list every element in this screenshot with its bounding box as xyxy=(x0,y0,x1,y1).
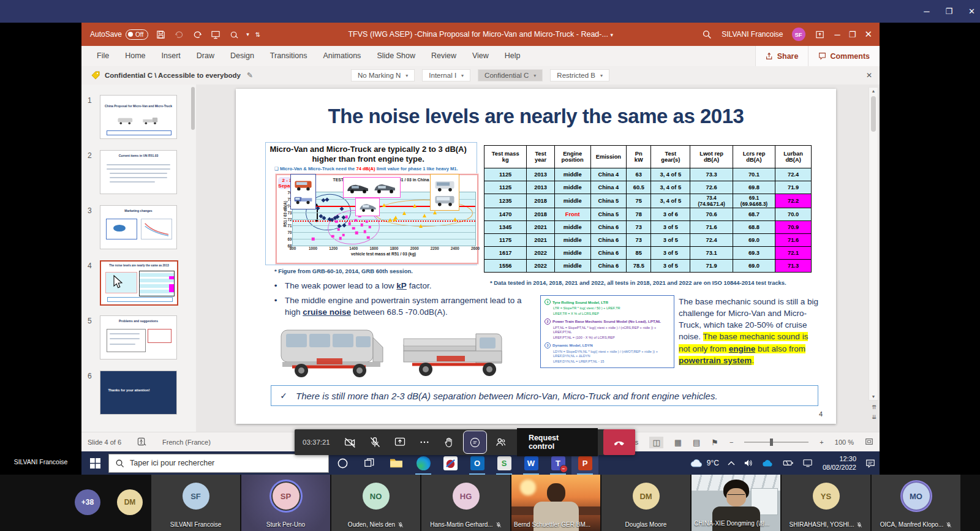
participant-avatar-DM[interactable]: DM xyxy=(117,489,143,515)
share-button[interactable]: Share xyxy=(755,46,809,66)
account-name[interactable]: SILVANI Francoise xyxy=(722,30,783,39)
next-slide-button[interactable]: ⇊ xyxy=(872,414,876,420)
zoom-slider[interactable] xyxy=(744,442,809,443)
participant-tile-hans-martin-gerhard[interactable]: HGHans-Martin Gerhard... xyxy=(421,475,510,531)
participant-tile-shirahashi-yoshi[interactable]: YSSHIRAHASHI, YOSHI... xyxy=(782,475,870,531)
participant-tile-douglas-moore[interactable]: DMDouglas Moore xyxy=(601,475,690,531)
menu-tab-review[interactable]: Review xyxy=(423,46,464,66)
menu-tab-view[interactable]: View xyxy=(464,46,497,66)
ppt-minimize-button[interactable]: ─ xyxy=(835,30,840,39)
pen-dropdown-chevron-icon[interactable]: ▾ xyxy=(246,31,249,37)
slide-sorter-view-icon[interactable]: ▦ xyxy=(674,438,682,447)
zoom-slider-thumb[interactable] xyxy=(770,439,773,446)
menu-tab-insert[interactable]: Insert xyxy=(154,46,189,66)
slide-thumbnail-3[interactable]: Marketing changes xyxy=(100,205,177,249)
comments-button[interactable]: Comments xyxy=(808,46,880,66)
slide-thumbnail-1[interactable]: China Proposal for Micro-Van and Micro-T… xyxy=(100,95,177,139)
participant-tile-oica-manfred-klopo[interactable]: MOOICA, Manfred Klopo... xyxy=(872,475,960,531)
ribbon-display-options-icon[interactable] xyxy=(814,28,826,40)
mic-off-button[interactable] xyxy=(363,429,387,455)
search-icon[interactable] xyxy=(701,28,713,40)
vertical-scrollbar[interactable]: ▲ ▼ xyxy=(869,87,878,401)
table-cell: middle xyxy=(554,260,590,273)
scrollbar-thumb[interactable] xyxy=(871,96,876,132)
camera-off-button[interactable] xyxy=(338,429,363,455)
taskbar-clock[interactable]: 12:30 08/02/2022 xyxy=(818,454,861,472)
volume-icon[interactable] xyxy=(739,451,758,475)
menu-tab-help[interactable]: Help xyxy=(497,46,529,66)
van-photo xyxy=(355,198,380,216)
slideshow-view-icon[interactable]: ⚑ xyxy=(711,438,718,447)
participant-tile-ouden-niels-den[interactable]: NOOuden, Niels den xyxy=(331,475,420,531)
menu-tab-transitions[interactable]: Transitions xyxy=(262,46,315,66)
menu-tab-file[interactable]: File xyxy=(89,46,117,66)
menu-tab-design[interactable]: Design xyxy=(222,46,262,66)
sensitivity-option-internal-i[interactable]: Internal I▾ xyxy=(422,69,470,81)
pen-input-icon[interactable] xyxy=(228,28,240,40)
sensitivity-edit-icon[interactable]: ✎ xyxy=(247,71,253,80)
zoom-in-icon[interactable]: + xyxy=(820,439,823,446)
reading-view-icon[interactable]: ▤ xyxy=(693,438,700,447)
quick-access-customize-icon[interactable]: ⇅ xyxy=(255,31,260,38)
participant-avatar-YS: YS xyxy=(813,483,840,510)
chat-button[interactable] xyxy=(463,431,487,454)
sensitivity-option-confidential-c[interactable]: Confidential C▾ xyxy=(478,69,543,81)
menu-tab-home[interactable]: Home xyxy=(117,46,153,66)
participant-tile-bernd-schuettler-ger-bm[interactable]: Bernd Schuettler GER BM... xyxy=(511,475,600,531)
request-control-button[interactable]: Request control xyxy=(517,428,598,456)
participant-tile-china-xie-dongming[interactable]: CHINA-XIE Dongming (谢... xyxy=(692,475,780,531)
normal-view-icon[interactable]: ◫ xyxy=(649,437,663,448)
tray-chevron-icon[interactable] xyxy=(723,451,739,475)
scroll-up-icon[interactable]: ▲ xyxy=(869,89,878,93)
thumbnail-scrollbar[interactable] xyxy=(191,87,195,130)
weather-indicator[interactable]: 9°C xyxy=(686,451,723,475)
slide-thumbnail-6[interactable]: Thanks for your attention! xyxy=(100,371,177,415)
hang-up-button[interactable] xyxy=(603,429,635,455)
previous-slide-button[interactable]: ⇈ xyxy=(872,404,876,410)
limit-line-71.8 xyxy=(293,220,475,222)
fit-to-window-icon[interactable] xyxy=(865,437,873,447)
more-options-button[interactable] xyxy=(412,429,437,455)
slide-thumbnail-5[interactable]: Problems and suggestions xyxy=(100,315,177,360)
slide-thumbnail-4[interactable]: The noise levels are nearly the same as … xyxy=(100,260,178,306)
action-center-icon[interactable] xyxy=(861,451,880,475)
raise-hand-button[interactable] xyxy=(437,429,462,455)
menu-tab-draw[interactable]: Draw xyxy=(189,46,222,66)
sensitivity-close-icon[interactable]: ✕ xyxy=(866,71,872,80)
window-minimize-button[interactable]: ─ xyxy=(924,7,929,16)
table-cell: 68.8 xyxy=(733,221,775,234)
undo-icon[interactable] xyxy=(173,28,185,40)
ppt-close-button[interactable]: ✕ xyxy=(864,29,872,40)
start-button[interactable] xyxy=(81,451,108,475)
participant-avatar-plus38[interactable]: +38 xyxy=(75,489,100,515)
participant-tile-sturk-per-uno[interactable]: SPSturk Per-Uno xyxy=(241,475,330,531)
redo-icon[interactable] xyxy=(191,28,203,40)
menu-tab-slide-show[interactable]: Slide Show xyxy=(369,46,423,66)
scroll-down-icon[interactable]: ▼ xyxy=(869,394,878,399)
language-indicator[interactable]: French (France) xyxy=(162,439,211,446)
taskbar-search-box[interactable]: Taper ici pour rechercher xyxy=(108,454,329,473)
menu-tab-animations[interactable]: Animations xyxy=(315,46,369,66)
participants-button[interactable] xyxy=(488,429,513,455)
participant-tile-silvani-francoise[interactable]: SFSILVANI Francoise xyxy=(151,475,240,531)
window-close-button[interactable]: ✕ xyxy=(968,7,975,16)
zoom-out-icon[interactable]: − xyxy=(729,439,733,446)
share-screen-button[interactable] xyxy=(388,429,412,455)
ppt-restore-button[interactable]: ❐ xyxy=(849,30,856,39)
save-icon[interactable] xyxy=(154,28,167,40)
sensitivity-option-no-marking-n[interactable]: No Marking N▾ xyxy=(351,69,415,81)
start-slideshow-icon[interactable] xyxy=(209,28,222,40)
zoom-level[interactable]: 100 % xyxy=(835,439,854,446)
autosave-toggle[interactable]: AutoSave Off xyxy=(90,29,148,40)
slide-thumbnail-2[interactable]: Current items in UN R51.03 xyxy=(100,150,177,194)
power-icon[interactable] xyxy=(778,451,798,475)
network-display-icon[interactable] xyxy=(798,451,818,475)
account-avatar[interactable]: SF xyxy=(792,28,805,41)
onedrive-icon[interactable] xyxy=(758,451,778,475)
participant-name: CHINA-XIE Dongming (谢... xyxy=(694,519,778,528)
accessibility-icon[interactable] xyxy=(137,437,146,448)
data-point-micro-truck xyxy=(363,230,366,233)
window-restore-button[interactable]: ❐ xyxy=(945,7,952,16)
sensitivity-option-restricted-b[interactable]: Restricted B▾ xyxy=(550,69,609,81)
table-cell: 72.6 xyxy=(690,181,733,194)
